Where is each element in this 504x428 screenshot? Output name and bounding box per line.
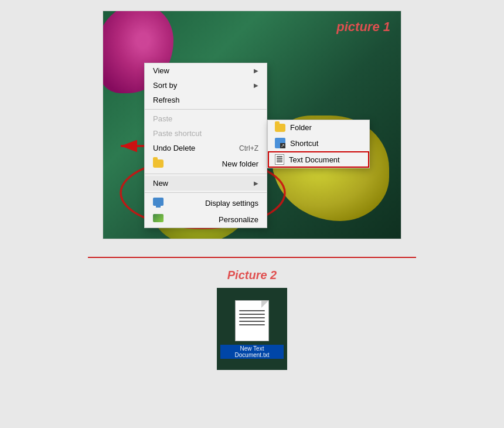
picture2-label: Picture 2 xyxy=(227,269,277,282)
ctx-new-arrow: ▶ xyxy=(254,180,258,186)
sub-folder-icon xyxy=(275,124,285,132)
sub-folder-label: Folder xyxy=(290,123,312,132)
section-divider xyxy=(88,257,416,258)
ctx-new[interactable]: New ▶ xyxy=(145,176,267,191)
ctx-sep3 xyxy=(145,192,267,193)
new-submenu: Folder Shortcut Text Document xyxy=(267,120,370,168)
ctx-refresh[interactable]: Refresh xyxy=(145,93,267,107)
sub-folder[interactable]: Folder xyxy=(268,120,369,135)
ctx-display-settings[interactable]: Display settings xyxy=(145,195,267,211)
ctx-new-label: New xyxy=(153,179,168,188)
ctx-undo-delete-shortcut: Ctrl+Z xyxy=(239,144,258,152)
sub-textdoc-icon xyxy=(275,154,284,165)
file-line-4 xyxy=(239,321,265,322)
picture1-container: picture 1 View ▶ Sort by ▶ Refresh Paste xyxy=(103,11,401,239)
ctx-paste-shortcut-label: Paste shortcut xyxy=(153,129,202,138)
ctx-paste: Paste xyxy=(145,111,267,126)
ctx-personalize-label: Personalize xyxy=(219,215,258,224)
ctx-display-settings-label: Display settings xyxy=(205,199,258,208)
ctx-sort-by-arrow: ▶ xyxy=(254,82,258,89)
ctx-personalize[interactable]: Personalize xyxy=(145,211,267,227)
file-line-3 xyxy=(239,317,265,318)
file-label[interactable]: New Text Document.txt xyxy=(220,345,284,359)
ctx-paste-label: Paste xyxy=(153,114,172,123)
ctx-new-folder-label: New folder xyxy=(222,159,258,168)
picture1-label: picture 1 xyxy=(336,19,390,35)
file-line-2 xyxy=(239,314,265,315)
ctx-sep1 xyxy=(145,109,267,110)
ctx-refresh-label: Refresh xyxy=(153,96,180,104)
sub-shortcut[interactable]: Shortcut xyxy=(268,135,369,151)
ctx-undo-delete-label: Undo Delete xyxy=(153,144,195,152)
ctx-new-folder[interactable]: New folder xyxy=(145,155,267,172)
file-line-5 xyxy=(239,324,265,325)
context-menu: View ▶ Sort by ▶ Refresh Paste Paste sho… xyxy=(144,63,267,228)
sub-textdoc-label: Text Document xyxy=(289,155,340,164)
ctx-view[interactable]: View ▶ xyxy=(145,63,267,78)
ctx-sep2 xyxy=(145,174,267,174)
display-icon xyxy=(153,198,164,208)
desktop-icon-box: New Text Document.txt xyxy=(217,288,287,370)
sub-text-document[interactable]: Text Document xyxy=(268,151,369,168)
ctx-sort-by[interactable]: Sort by ▶ xyxy=(145,78,267,93)
file-icon-lines xyxy=(239,310,265,328)
file-line-1 xyxy=(239,310,265,311)
sub-shortcut-icon xyxy=(275,138,285,148)
ctx-view-label: View xyxy=(153,66,169,75)
sub-shortcut-label: Shortcut xyxy=(290,139,318,148)
ctx-view-arrow: ▶ xyxy=(254,67,258,74)
picture2-container: Picture 2 New Text Document.txt xyxy=(217,269,287,370)
folder-icon xyxy=(153,158,164,169)
ctx-sort-by-label: Sort by xyxy=(153,81,177,90)
ctx-paste-shortcut: Paste shortcut xyxy=(145,126,267,141)
ctx-undo-delete[interactable]: Undo Delete Ctrl+Z xyxy=(145,141,267,155)
file-icon xyxy=(235,300,269,341)
personalize-icon xyxy=(153,214,164,225)
